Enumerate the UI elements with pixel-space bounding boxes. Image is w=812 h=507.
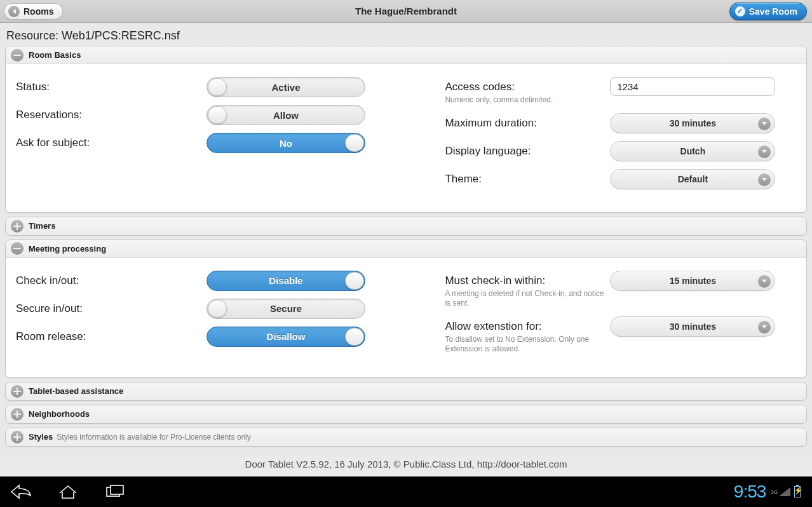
recent-apps-icon[interactable] [104,484,126,499]
cell-signal-icon [779,487,790,496]
status-toggle[interactable]: Active [206,77,365,97]
label-text: Must check-in within: [445,274,545,287]
label-hint: To disallow set to No Extenssion. Only o… [445,335,610,355]
expand-icon [11,408,24,421]
chevron-down-icon [758,275,771,288]
display-lang-label: Display language: [445,141,610,158]
must-checkin-select[interactable]: 15 minutes [610,271,775,291]
panel-header-meeting-processing[interactable]: Meeting processing [6,240,806,258]
label-text: Access codes: [445,81,515,93]
android-navbar: 9:53 3G [0,477,812,507]
panel-header-styles[interactable]: Styles Styles information is available f… [6,428,806,446]
toggle-value: No [280,138,292,149]
chevron-down-icon [758,145,771,158]
panel-title: Timers [29,221,55,231]
room-release-toggle[interactable]: Disallow [206,327,365,347]
allow-ext-label: Allow extenstion for: To disallow set to… [445,316,610,355]
must-checkin-label: Must check-in within: A meeting is delet… [445,271,610,309]
panel-header-timers[interactable]: Timers [6,217,806,235]
toggle-knob [208,78,227,96]
resource-label: Resource: Web1/PCS:RESRC.nsf [0,23,812,48]
room-release-label: Room release: [16,327,206,343]
panel-title: Meeting processing [29,244,106,254]
panel-title: Room Basics [29,50,81,60]
panel-styles: Styles Styles information is available f… [5,428,807,447]
theme-select[interactable]: Default [610,169,775,189]
toggle-knob [208,106,227,124]
max-duration-label: Maximum duration: [445,113,610,130]
panel-room-basics: Room Basics Status: Active Reservations: [5,46,807,213]
expand-icon [11,220,24,233]
panel-subtext: Styles information is available for Pro-… [57,433,250,442]
check-icon: ✓ [735,6,745,17]
reservations-toggle[interactable]: Allow [206,105,365,125]
theme-label: Theme: [445,169,610,186]
panel-tablet-assist: Tablet-based assistance [5,382,807,401]
toggle-value: Disallow [267,331,306,342]
back-label: Rooms [24,6,53,17]
clock: 9:53 [734,482,766,502]
page-title: The Hague/Rembrandt [0,6,812,17]
panel-timers: Timers [5,217,807,236]
back-button[interactable]: Rooms [4,3,63,20]
select-value: 15 minutes [670,276,716,286]
back-icon[interactable] [10,484,32,499]
save-label: Save Room [749,6,797,17]
allow-ext-select[interactable]: 30 minutes [610,316,775,337]
toggle-value: Secure [270,303,302,314]
chevron-down-icon [758,173,771,186]
battery-icon [794,486,801,497]
chevron-down-icon [758,321,771,334]
label-hint: A meeting is deleted if not Check-in, an… [445,289,610,309]
panel-header-neighborhoods[interactable]: Neighborhoods [6,405,806,423]
ask-subject-label: Ask for subject: [16,133,206,149]
top-bar: Rooms The Hague/Rembrandt ✓ Save Room [0,0,812,23]
ask-subject-toggle[interactable]: No [206,133,365,153]
panel-header-tablet-assist[interactable]: Tablet-based assistance [6,382,806,400]
select-value: 30 minutes [670,321,716,332]
label-hint: Numeric only, comma delimited. [445,95,610,105]
panel-header-room-basics[interactable]: Room Basics [6,46,806,64]
toggle-knob [345,134,364,152]
save-room-button[interactable]: ✓ Save Room [729,3,807,20]
version-footer: Door Tablet V2.5.92, 16 July 2013, © Pub… [0,451,812,477]
panel-neighborhoods: Neighborhoods [5,405,807,424]
svg-rect-1 [111,485,123,494]
toggle-knob [345,328,364,346]
checkinout-toggle[interactable]: Disable [206,271,365,291]
chevron-left-icon [8,6,20,17]
label-text: Allow extenstion for: [445,320,541,332]
select-value: 30 minutes [670,118,716,128]
secure-label: Secure in/out: [16,299,206,315]
toggle-value: Disable [269,275,302,286]
input-value: 1234 [617,81,638,92]
collapse-icon [11,49,24,62]
expand-icon [11,385,24,398]
network-label: 3G [771,489,778,495]
secure-toggle[interactable]: Secure [206,299,365,319]
home-icon[interactable] [57,484,79,499]
collapse-icon [11,242,24,255]
panel-title: Neighborhoods [29,409,90,419]
toggle-value: Allow [273,110,299,121]
status-label: Status: [16,77,206,93]
toggle-knob [345,272,364,290]
chevron-down-icon [758,118,771,130]
select-value: Default [678,174,708,184]
access-codes-label: Access codes: Numeric only, comma delimi… [445,77,610,105]
access-codes-input[interactable]: 1234 [610,77,775,96]
select-value: Dutch [680,146,706,156]
panel-meeting-processing: Meeting processing Check in/out: Disable… [5,240,807,378]
reservations-label: Reservations: [16,105,206,121]
max-duration-select[interactable]: 30 minutes [610,113,775,133]
panel-title: Tablet-based assistance [29,386,123,396]
checkinout-label: Check in/out: [16,271,206,287]
display-lang-select[interactable]: Dutch [610,141,775,161]
content-area: Room Basics Status: Active Reservations: [0,46,812,452]
toggle-value: Active [271,82,300,93]
toggle-knob [208,300,227,318]
expand-icon [11,431,24,443]
panel-title: Styles [29,432,53,442]
